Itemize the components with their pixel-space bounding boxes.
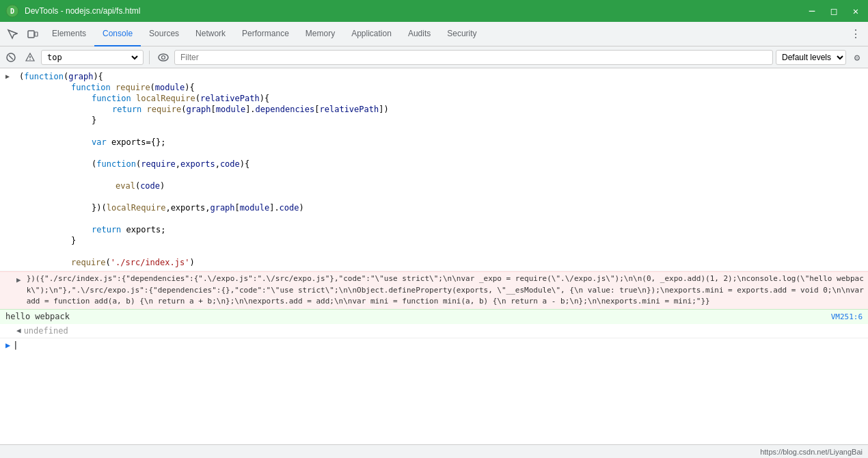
code-line-12: require('./src/index.js') [0, 257, 868, 268]
svg-line-5 [9, 55, 13, 59]
code-line-blank4 [0, 191, 868, 202]
code-text-3: function localRequire(relativePath){ [16, 93, 868, 104]
inspect-element-button[interactable] [3, 25, 22, 44]
svg-point-8 [29, 59, 31, 60]
tab-security[interactable]: Security [439, 22, 485, 46]
input-arrow-icon: ▶ [5, 340, 10, 350]
code-text-11: } [16, 235, 868, 246]
close-button[interactable]: ✕ [849, 5, 863, 16]
code-line-blank5 [0, 213, 868, 224]
code-line-8: eval(code) [0, 180, 868, 191]
code-line-blank2 [0, 148, 868, 159]
tab-audits[interactable]: Audits [400, 22, 439, 46]
code-line-blank1 [0, 126, 868, 137]
tab-memory[interactable]: Memory [297, 22, 343, 46]
undefined-line: ◀ undefined [0, 324, 868, 338]
code-line-6: var exports={}; [0, 137, 868, 148]
filter-input[interactable] [174, 50, 773, 65]
code-text-12: require('./src/index.js') [16, 257, 868, 268]
svg-point-9 [159, 54, 168, 61]
status-bar: https://blog.csdn.net/LiyangBai [0, 444, 868, 458]
svg-rect-3 [35, 32, 38, 36]
more-tabs-button[interactable]: ⋮ [846, 25, 865, 44]
expand-arrow[interactable]: ▶ [5, 71, 16, 82]
console-input-line[interactable]: ▶ | [0, 338, 868, 353]
tab-bar: Elements Console Sources Network Perform… [0, 22, 868, 46]
console-area: ▶ (function(graph){ function require(mod… [0, 68, 868, 444]
maximize-button[interactable]: □ [827, 5, 841, 16]
code-line-2: function require(module){ [0, 82, 868, 93]
tab-network[interactable]: Network [187, 22, 234, 46]
minimize-button[interactable]: ─ [805, 5, 819, 16]
window-title: DevTools - nodejs.cn/api/fs.html [25, 6, 805, 16]
output-link[interactable]: VM251:6 [831, 312, 863, 321]
code-text-1: (function(graph){ [16, 71, 868, 82]
output-line: hello webpack VM251:6 [0, 309, 868, 324]
tab-console[interactable]: Console [94, 22, 141, 46]
collapsed-output[interactable]: ▶ })({"./src/index.js":{"dependencies":{… [0, 271, 868, 309]
title-bar: D DevTools - nodejs.cn/api/fs.html ─ □ ✕ [0, 0, 868, 22]
code-line-blank3 [0, 170, 868, 180]
code-line-4: return require(graph[module].dependencie… [0, 104, 868, 115]
output-text: hello webpack [5, 312, 826, 321]
context-selector-wrapper[interactable]: top [41, 50, 144, 65]
log-levels-select[interactable]: Default levels [776, 50, 846, 65]
console-toolbar: top Default levels ⚙ [0, 46, 868, 68]
svg-rect-2 [28, 31, 34, 38]
code-block-main: ▶ (function(graph){ function require(mod… [0, 68, 868, 271]
code-line-9: })(localRequire,exports,graph[module].co… [0, 202, 868, 213]
code-text-4: return require(graph[module].dependencie… [16, 104, 868, 115]
console-cursor[interactable]: | [13, 340, 18, 350]
window-controls[interactable]: ─ □ ✕ [805, 5, 863, 16]
code-line-7: (function(require,exports,code){ [0, 159, 868, 170]
pause-on-exceptions-button[interactable] [22, 49, 38, 66]
code-line-10: return exports; [0, 224, 868, 235]
device-toolbar-button[interactable] [23, 25, 42, 44]
code-text-9: })(localRequire,exports,graph[module].co… [16, 202, 868, 213]
undefined-value: undefined [24, 326, 68, 336]
code-line-11: } [0, 235, 868, 246]
code-text-10: return exports; [16, 224, 868, 235]
code-text-8: eval(code) [16, 180, 868, 191]
context-selector[interactable]: top [44, 52, 140, 63]
code-text-7: (function(require,exports,code){ [16, 159, 868, 170]
live-expressions-button[interactable] [155, 49, 172, 66]
status-url: https://blog.csdn.net/LiyangBai [760, 448, 863, 456]
toolbar-separator-1 [149, 51, 150, 64]
svg-text:D: D [10, 8, 14, 15]
code-line-5: } [0, 115, 868, 126]
code-text-6: var exports={}; [16, 137, 868, 148]
svg-point-10 [162, 55, 165, 59]
code-text-2: function require(module){ [16, 82, 868, 93]
tab-application[interactable]: Application [343, 22, 400, 46]
code-line-3: function localRequire(relativePath){ [0, 93, 868, 104]
code-line-1: ▶ (function(graph){ [0, 71, 868, 82]
clear-console-button[interactable] [3, 49, 19, 66]
devtools-icon: D [5, 4, 19, 18]
code-line-blank6 [0, 246, 868, 257]
tab-performance[interactable]: Performance [234, 22, 297, 46]
code-text-5: } [16, 115, 868, 126]
tab-elements[interactable]: Elements [44, 22, 94, 46]
tab-sources[interactable]: Sources [141, 22, 187, 46]
settings-button[interactable]: ⚙ [849, 49, 865, 66]
collapsed-text: })({"./src/index.js":{"dependencies":{".… [27, 273, 868, 308]
